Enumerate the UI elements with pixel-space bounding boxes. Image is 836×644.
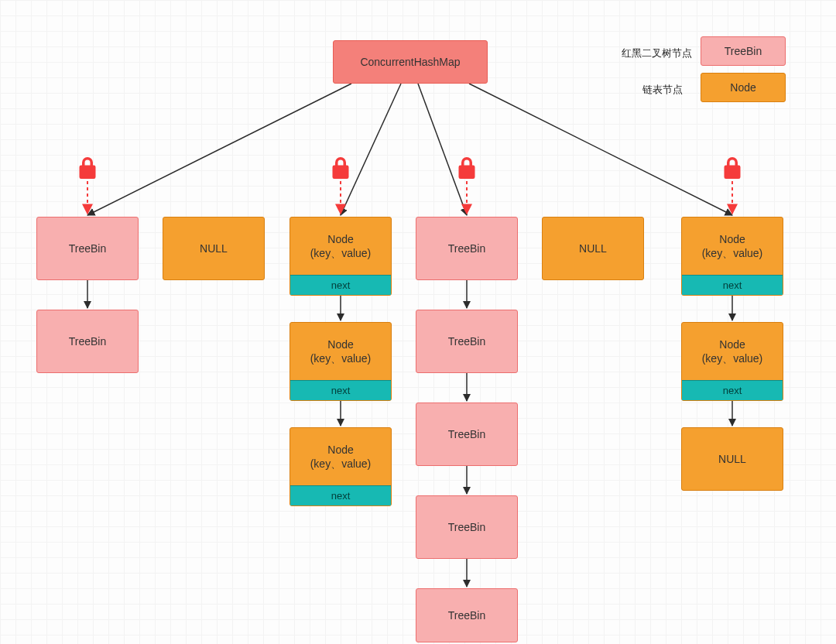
node-kv-label: Node (key、value) [702, 218, 763, 275]
root-box: ConcurrentHashMap [333, 40, 488, 84]
next-label: next [290, 380, 391, 400]
treebin-label: TreeBin [448, 609, 486, 622]
col0-treebin-0: TreeBin [36, 217, 139, 280]
col3-treebin-1: TreeBin [416, 310, 518, 373]
col3-treebin-3: TreeBin [416, 495, 518, 559]
treebin-label: TreeBin [448, 428, 486, 440]
svg-line-3 [469, 84, 732, 215]
treebin-label: TreeBin [448, 335, 486, 348]
col3-treebin-2: TreeBin [416, 402, 518, 466]
col4-null: NULL [542, 217, 644, 280]
legend-rb-label: 红黑二叉树节点 [622, 46, 692, 60]
lock-icon [330, 155, 351, 181]
col2-node-1: Node (key、value) next [290, 322, 392, 401]
null-label: NULL [579, 218, 607, 279]
lock-icon [77, 155, 98, 181]
node-kv-label: Node (key、value) [310, 218, 372, 275]
svg-line-0 [87, 84, 351, 215]
col2-node-2: Node (key、value) next [290, 427, 392, 506]
col5-null: NULL [681, 427, 783, 491]
treebin-label: TreeBin [69, 242, 107, 255]
col1-null: NULL [163, 217, 265, 280]
node-kv-label: Node (key、value) [702, 323, 763, 380]
legend-list-label: 链表节点 [642, 83, 683, 97]
legend-node-box: Node [701, 73, 786, 102]
treebin-label: TreeBin [448, 521, 486, 533]
lock-icon [456, 155, 478, 181]
col3-treebin-0: TreeBin [416, 217, 518, 280]
svg-line-2 [418, 84, 467, 215]
root-label: ConcurrentHashMap [360, 56, 460, 68]
node-kv-label: Node (key、value) [310, 323, 372, 380]
col5-node-1: Node (key、value) next [681, 322, 783, 401]
null-label: NULL [718, 428, 746, 490]
legend-node-text: Node [730, 74, 755, 101]
lock-icon [721, 155, 743, 181]
col5-node-0: Node (key、value) next [681, 217, 783, 296]
node-kv-label: Node (key、value) [310, 428, 372, 485]
next-label: next [290, 275, 391, 295]
legend-treebin-text: TreeBin [725, 45, 762, 57]
treebin-label: TreeBin [69, 335, 107, 348]
null-label: NULL [200, 218, 228, 279]
next-label: next [290, 485, 391, 505]
next-label: next [682, 380, 783, 400]
treebin-label: TreeBin [448, 242, 486, 255]
next-label: next [682, 275, 783, 295]
svg-line-1 [341, 84, 401, 215]
legend-treebin-box: TreeBin [701, 36, 786, 66]
col0-treebin-1: TreeBin [36, 310, 139, 373]
col3-treebin-4: TreeBin [416, 588, 518, 642]
col2-node-0: Node (key、value) next [290, 217, 392, 296]
